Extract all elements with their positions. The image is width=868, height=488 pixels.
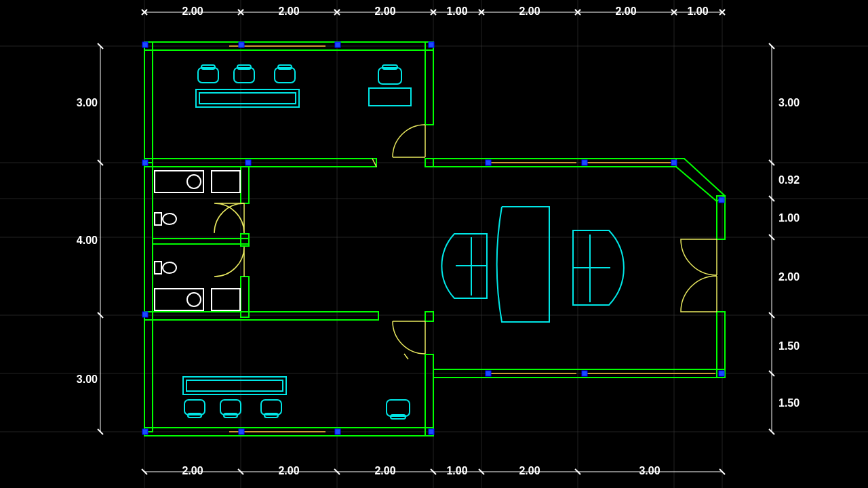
dimension-bar-right: 3.00 0.92 1.00 2.00 1.50 1.50 xyxy=(769,43,800,434)
bathtub-icon xyxy=(155,171,203,192)
dim-label: 1.50 xyxy=(778,397,800,409)
svg-rect-38 xyxy=(671,160,677,165)
svg-rect-17 xyxy=(425,354,433,436)
svg-rect-73 xyxy=(155,262,161,274)
sink-icon xyxy=(212,171,240,192)
svg-line-49 xyxy=(404,354,408,359)
sanitary-fixtures xyxy=(155,171,240,310)
svg-rect-56 xyxy=(199,93,296,104)
dim-label: 1.00 xyxy=(687,5,708,17)
svg-point-74 xyxy=(163,262,176,273)
svg-rect-71 xyxy=(155,213,161,225)
dim-label: 2.00 xyxy=(519,5,540,17)
dim-label: 3.00 xyxy=(778,97,800,108)
svg-rect-62 xyxy=(186,380,283,391)
doors xyxy=(214,125,717,359)
svg-rect-44 xyxy=(429,429,434,434)
dim-label: 1.00 xyxy=(446,5,467,17)
sink-icon xyxy=(212,289,240,310)
svg-rect-35 xyxy=(245,160,251,165)
bathtub-icon xyxy=(155,289,203,310)
svg-point-72 xyxy=(163,214,176,224)
dim-label: 3.00 xyxy=(77,97,98,108)
svg-rect-41 xyxy=(142,429,148,434)
svg-rect-22 xyxy=(717,312,725,378)
svg-rect-46 xyxy=(582,371,587,376)
sofa-left-icon xyxy=(441,234,487,298)
svg-rect-33 xyxy=(429,42,434,47)
svg-rect-31 xyxy=(239,42,244,47)
svg-rect-37 xyxy=(582,160,587,165)
svg-rect-30 xyxy=(142,42,148,47)
floor-plan-drawing: 2.00 2.00 2.00 1.00 2.00 2.00 1.00 2.00 … xyxy=(0,0,868,488)
dim-label: 2.00 xyxy=(278,465,299,476)
dim-label: 2.00 xyxy=(615,5,636,17)
svg-rect-10 xyxy=(144,159,153,432)
dim-label: 1.00 xyxy=(778,212,800,224)
toilet-icon xyxy=(155,262,176,274)
svg-rect-34 xyxy=(142,160,148,165)
svg-rect-50 xyxy=(198,68,218,83)
svg-rect-54 xyxy=(275,68,295,83)
dim-label: 2.00 xyxy=(182,5,203,17)
svg-rect-7 xyxy=(425,42,433,125)
svg-rect-15 xyxy=(144,312,378,320)
svg-rect-18 xyxy=(425,312,433,321)
dim-label: 3.00 xyxy=(77,373,98,385)
chair-icon xyxy=(387,400,410,416)
table-icon xyxy=(369,88,411,106)
svg-marker-20 xyxy=(676,159,725,201)
svg-rect-40 xyxy=(142,312,148,317)
dim-label: 1.50 xyxy=(778,340,800,352)
toilet-icon xyxy=(155,213,176,225)
sofa-right-icon xyxy=(573,230,624,305)
svg-rect-47 xyxy=(719,371,724,376)
svg-rect-63 xyxy=(184,400,205,415)
desk-icon xyxy=(196,89,299,107)
chair-row-icon xyxy=(184,400,281,418)
desk-icon xyxy=(183,377,286,394)
dim-label: 4.00 xyxy=(77,235,98,246)
dim-label: 2.00 xyxy=(374,465,395,476)
dim-label: 2.00 xyxy=(778,271,800,283)
svg-rect-43 xyxy=(335,429,340,434)
svg-rect-11 xyxy=(241,167,249,203)
svg-rect-39 xyxy=(719,197,724,203)
svg-rect-32 xyxy=(335,42,340,47)
svg-point-70 xyxy=(187,175,201,188)
svg-rect-65 xyxy=(220,400,241,415)
dim-label: 2.00 xyxy=(278,5,299,17)
svg-rect-14 xyxy=(153,239,249,244)
chair-icon xyxy=(378,68,401,84)
dim-label: 3.00 xyxy=(639,465,660,476)
dim-label: 2.00 xyxy=(374,5,395,17)
dimension-bar-left: 3.00 4.00 3.00 xyxy=(77,43,103,434)
chair-row-icon xyxy=(198,65,295,83)
svg-rect-42 xyxy=(239,429,244,434)
svg-rect-6 xyxy=(144,42,153,163)
dim-label: 1.00 xyxy=(446,465,467,476)
coffee-table-icon xyxy=(497,207,549,322)
svg-rect-36 xyxy=(486,160,491,165)
svg-rect-67 xyxy=(261,400,281,415)
svg-point-75 xyxy=(187,293,201,306)
dim-label: 2.00 xyxy=(182,465,203,476)
svg-rect-45 xyxy=(486,371,491,376)
dim-label: 0.92 xyxy=(778,174,800,186)
dim-label: 2.00 xyxy=(519,465,540,476)
svg-rect-52 xyxy=(234,68,254,83)
